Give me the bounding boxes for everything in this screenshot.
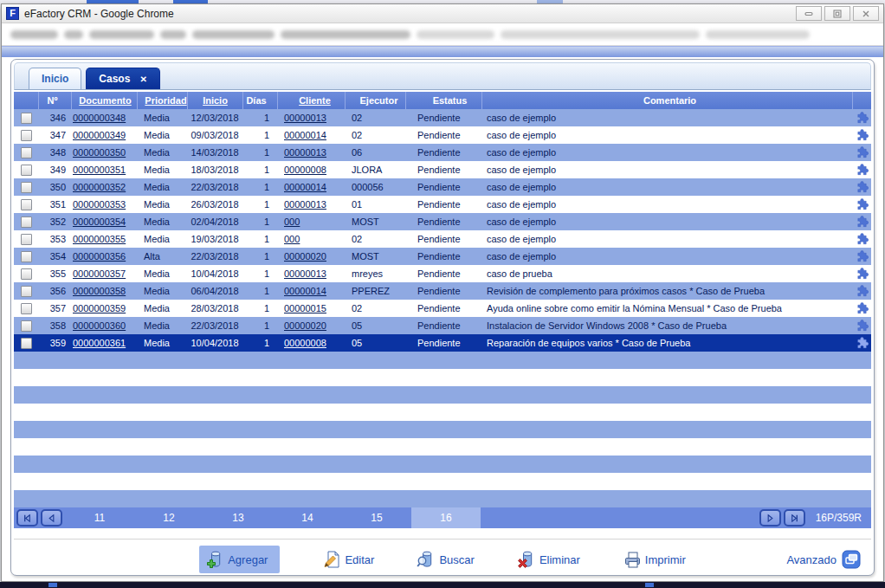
- cliente-link[interactable]: 00000008: [284, 165, 326, 175]
- puzzle-icon[interactable]: [856, 320, 869, 333]
- cliente-link[interactable]: 00000014: [284, 182, 326, 192]
- puzzle-icon[interactable]: [856, 337, 869, 350]
- table-row[interactable]: 357 0000000359 Media 28/03/2018 1 000000…: [14, 300, 871, 317]
- documento-link[interactable]: 0000000356: [73, 251, 126, 262]
- row-selector-checkbox[interactable]: [21, 182, 32, 193]
- puzzle-icon[interactable]: [856, 181, 869, 194]
- page-number-14[interactable]: 14: [273, 507, 342, 528]
- row-selector-checkbox[interactable]: [21, 199, 32, 210]
- tab-close-icon[interactable]: ✕: [139, 74, 146, 84]
- puzzle-icon[interactable]: [856, 112, 869, 125]
- row-selector-checkbox[interactable]: [21, 216, 32, 228]
- close-button[interactable]: [853, 6, 879, 21]
- puzzle-icon[interactable]: [856, 146, 869, 159]
- header-documento[interactable]: Documento: [71, 92, 137, 109]
- documento-link[interactable]: 0000000352: [73, 182, 126, 192]
- puzzle-icon[interactable]: [856, 250, 869, 263]
- documento-link[interactable]: 0000000349: [73, 130, 126, 140]
- puzzle-icon[interactable]: [856, 302, 869, 315]
- puzzle-icon[interactable]: [856, 268, 869, 281]
- puzzle-icon[interactable]: [856, 285, 869, 298]
- cliente-link[interactable]: 00000013: [284, 268, 326, 279]
- previous-page-button[interactable]: [41, 509, 62, 527]
- tab-casos[interactable]: Casos ✕: [86, 68, 159, 89]
- next-page-button[interactable]: [759, 509, 781, 527]
- page-number-15[interactable]: 15: [342, 507, 411, 528]
- cliente-link[interactable]: 000: [284, 216, 300, 227]
- cliente-link[interactable]: 000: [284, 234, 300, 244]
- address-bar[interactable]: [2, 23, 883, 46]
- row-selector-checkbox[interactable]: [21, 113, 32, 124]
- buscar-button[interactable]: Buscar: [416, 549, 474, 570]
- editar-button[interactable]: Editar: [321, 549, 374, 570]
- cliente-link[interactable]: 00000020: [284, 320, 326, 331]
- inicio-cell: 22/03/2018: [187, 182, 242, 192]
- page-number-13[interactable]: 13: [203, 507, 273, 528]
- row-selector-checkbox[interactable]: [21, 234, 32, 245]
- table-row[interactable]: 347 0000000349 Media 09/03/2018 1 000000…: [14, 126, 871, 144]
- first-page-button[interactable]: [16, 509, 38, 527]
- header-prioridad[interactable]: Prioridad: [137, 92, 187, 109]
- avanzado-button[interactable]: Avanzado: [786, 550, 861, 569]
- header-inicio[interactable]: Inicio: [187, 92, 242, 109]
- documento-link[interactable]: 0000000361: [73, 338, 126, 348]
- puzzle-icon[interactable]: [856, 164, 869, 177]
- table-row[interactable]: 352 0000000354 Media 02/04/2018 1 000 MO…: [14, 213, 871, 230]
- page-number-11[interactable]: 11: [65, 507, 134, 528]
- case-number-cell: 359: [38, 338, 71, 348]
- table-row[interactable]: 349 0000000351 Media 18/03/2018 1 000000…: [14, 161, 871, 178]
- puzzle-icon[interactable]: [856, 198, 869, 211]
- documento-link[interactable]: 0000000359: [73, 303, 126, 313]
- row-selector-checkbox[interactable]: [21, 130, 32, 141]
- table-row[interactable]: 354 0000000356 Alta 22/03/2018 1 0000002…: [14, 248, 871, 265]
- row-selector-checkbox[interactable]: [21, 147, 32, 158]
- table-row[interactable]: 356 0000000358 Media 06/04/2018 1 000000…: [14, 282, 871, 300]
- cliente-link[interactable]: 00000013: [284, 199, 326, 210]
- documento-link[interactable]: 0000000357: [73, 268, 126, 279]
- cliente-link[interactable]: 00000013: [284, 147, 326, 158]
- documento-link[interactable]: 0000000348: [73, 113, 126, 123]
- row-selector-checkbox[interactable]: [21, 303, 32, 314]
- cliente-link[interactable]: 00000015: [284, 303, 326, 313]
- cliente-link[interactable]: 00000013: [284, 113, 326, 123]
- table-row[interactable]: 355 0000000357 Media 10/04/2018 1 000000…: [14, 265, 871, 282]
- documento-link[interactable]: 0000000350: [73, 147, 126, 158]
- documento-link[interactable]: 0000000353: [73, 199, 126, 210]
- table-row[interactable]: 359 0000000361 Media 10/04/2018 1 000000…: [14, 334, 871, 352]
- documento-link[interactable]: 0000000360: [73, 320, 126, 331]
- row-selector-checkbox[interactable]: [21, 165, 32, 176]
- puzzle-icon[interactable]: [856, 233, 869, 246]
- last-page-button[interactable]: [784, 509, 805, 527]
- documento-link[interactable]: 0000000355: [73, 234, 126, 244]
- cliente-link[interactable]: 00000014: [284, 130, 326, 140]
- minimize-button[interactable]: [796, 6, 822, 21]
- documento-link[interactable]: 0000000354: [73, 216, 126, 227]
- cliente-link[interactable]: 00000008: [284, 338, 326, 348]
- maximize-button[interactable]: [824, 6, 850, 21]
- row-selector-checkbox[interactable]: [21, 320, 32, 332]
- table-row[interactable]: 346 0000000348 Media 12/03/2018 1 000000…: [14, 109, 871, 126]
- table-row[interactable]: 348 0000000350 Media 14/03/2018 1 000000…: [14, 144, 871, 161]
- row-selector-checkbox[interactable]: [21, 286, 32, 297]
- tab-inicio[interactable]: Inicio: [29, 68, 81, 89]
- table-row[interactable]: 358 0000000360 Media 22/03/2018 1 000000…: [14, 317, 871, 334]
- imprimir-button[interactable]: Imprimir: [622, 549, 686, 570]
- documento-link[interactable]: 0000000358: [73, 286, 126, 296]
- table-row[interactable]: 351 0000000353 Media 26/03/2018 1 000000…: [14, 196, 871, 213]
- page-number-12[interactable]: 12: [134, 507, 203, 528]
- header-estatus: Estatus: [405, 92, 481, 109]
- table-row[interactable]: 353 0000000355 Media 19/03/2018 1 000 02…: [14, 230, 871, 248]
- table-row[interactable]: 350 0000000352 Media 22/03/2018 1 000000…: [14, 178, 871, 196]
- puzzle-icon[interactable]: [856, 216, 869, 229]
- row-selector-checkbox[interactable]: [21, 268, 32, 280]
- cliente-link[interactable]: 00000014: [284, 286, 326, 296]
- row-selector-checkbox[interactable]: [21, 338, 32, 349]
- eliminar-button[interactable]: Eliminar: [516, 549, 580, 570]
- documento-link[interactable]: 0000000351: [73, 165, 126, 175]
- row-selector-checkbox[interactable]: [21, 251, 32, 262]
- header-cliente[interactable]: Cliente: [277, 92, 345, 109]
- page-number-16[interactable]: 16: [411, 507, 481, 528]
- puzzle-icon[interactable]: [856, 129, 869, 142]
- cliente-link[interactable]: 00000020: [284, 251, 326, 262]
- agregar-button[interactable]: Agregar: [199, 546, 280, 573]
